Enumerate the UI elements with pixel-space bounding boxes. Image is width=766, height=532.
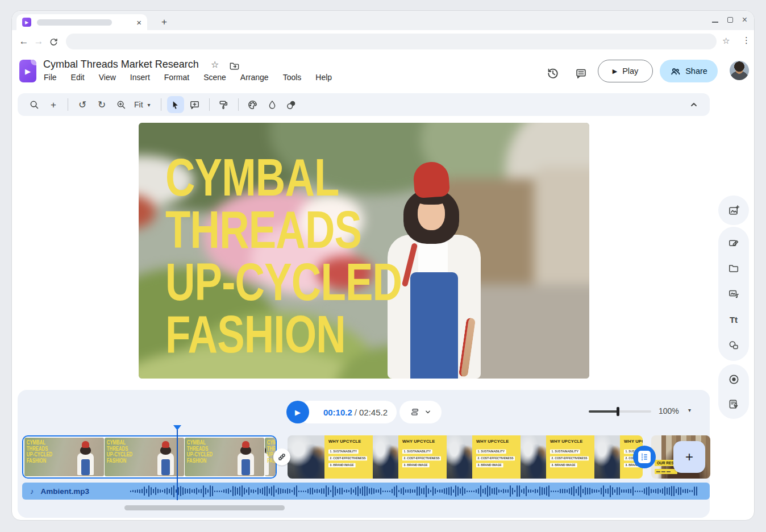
- new-tab-button[interactable]: +: [156, 14, 172, 30]
- zoom-level-dropdown-icon[interactable]: ▾: [688, 407, 691, 413]
- media-icon[interactable]: [724, 284, 743, 304]
- title-line: CYMBAL: [165, 152, 339, 202]
- rail-generate-group: [718, 196, 749, 225]
- menu-format[interactable]: Format: [164, 73, 189, 82]
- window-close-icon[interactable]: ×: [742, 15, 747, 24]
- clip-thumbnail-photo: [288, 435, 324, 479]
- menu-view[interactable]: View: [99, 73, 116, 82]
- timeline-clip-why-upcycle[interactable]: WHY UPCYCLE1. SUSTAINABILITY2. COST-EFFE…: [288, 435, 643, 479]
- window-minimize-icon[interactable]: [712, 22, 718, 23]
- zoom-fit-dropdown-icon[interactable]: ▾: [147, 102, 155, 108]
- water-drop-icon[interactable]: [264, 96, 281, 113]
- menu-arrange[interactable]: Arrange: [240, 73, 269, 82]
- undo-icon[interactable]: ↺: [74, 96, 91, 113]
- account-avatar[interactable]: [730, 61, 749, 80]
- add-image-icon[interactable]: [724, 201, 743, 220]
- browser-menu-icon[interactable]: ⋮: [742, 35, 751, 45]
- reload-icon[interactable]: [46, 34, 61, 49]
- format-paint-icon[interactable]: [215, 96, 232, 113]
- move-to-folder-icon[interactable]: [229, 60, 240, 71]
- clip-thumbnail-slide: WHY UPCYCLE1. SUSTAINABILITY2. COST-EFFE…: [546, 435, 594, 479]
- timeline-zoom-slider[interactable]: [589, 410, 651, 413]
- timeline-zoom-level[interactable]: 100%: [659, 406, 679, 415]
- transparency-icon[interactable]: [283, 96, 300, 113]
- add-comment-icon[interactable]: [186, 96, 203, 113]
- toolbar-collapse-icon[interactable]: [688, 99, 700, 110]
- audio-track[interactable]: ♪ Ambient.mp3: [22, 483, 710, 500]
- play-triangle-icon: ▶: [613, 68, 617, 75]
- record-icon[interactable]: [724, 369, 743, 389]
- redo-icon[interactable]: ↻: [93, 96, 110, 113]
- star-document-icon[interactable]: ☆: [211, 59, 219, 70]
- zoom-slider-handle[interactable]: [617, 407, 619, 416]
- menu-bar: FileEditViewInsertFormatSceneArrangeTool…: [44, 73, 332, 82]
- share-button-label: Share: [685, 66, 707, 76]
- timeline-scrollbar[interactable]: [124, 505, 285, 510]
- clip-thumbnail: CYMBALTHREADSUP-CYCLEDFASHION: [105, 438, 184, 476]
- shapes-icon[interactable]: [724, 335, 743, 355]
- title-line: THREADS: [165, 205, 361, 255]
- version-history-icon[interactable]: [545, 65, 561, 81]
- vids-logo-icon[interactable]: ▶: [19, 60, 36, 82]
- clip-thumbnail-photo: [447, 435, 472, 479]
- transition-icon[interactable]: [273, 448, 290, 466]
- bookmark-star-icon[interactable]: ☆: [722, 36, 730, 46]
- clip-thumbnail-photo: [521, 435, 546, 479]
- menu-tools[interactable]: Tools: [283, 73, 302, 82]
- comments-icon[interactable]: [573, 65, 589, 81]
- search-icon[interactable]: [26, 96, 43, 113]
- select-tool-icon[interactable]: [167, 96, 184, 113]
- zoom-fit-label[interactable]: Fit: [132, 100, 144, 109]
- palette-icon[interactable]: [244, 96, 261, 113]
- back-icon[interactable]: ←: [16, 34, 31, 49]
- clip-sub-badge: [655, 469, 677, 474]
- tracks-icon: [409, 406, 421, 418]
- title-line: UP-CYCLED: [165, 257, 402, 307]
- timeline-clip-title[interactable]: CYMBALTHREADSUP-CYCLEDFASHIONCYMBALTHREA…: [22, 435, 277, 479]
- zoom-in-icon[interactable]: [113, 96, 130, 113]
- video-preview-canvas[interactable]: CYMBALTHREADSUP-CYCLEDFASHION: [139, 123, 589, 379]
- menu-insert[interactable]: Insert: [130, 73, 150, 82]
- share-button[interactable]: Share: [660, 60, 718, 82]
- folder-icon[interactable]: [724, 259, 743, 278]
- timeline-view-toggle[interactable]: [399, 401, 442, 423]
- rail-insert-group: Tt: [718, 227, 749, 361]
- rail-record-group: [718, 364, 749, 419]
- browser-tab-strip: ▶ × + ×: [12, 11, 754, 30]
- transition-selected-icon[interactable]: [633, 446, 656, 468]
- music-note-icon: ♪: [30, 487, 34, 496]
- audio-waveform: [130, 485, 705, 497]
- clip-thumbnail: CYMBALTHREADSUP-CYCLEDFASHION: [24, 438, 104, 476]
- menu-scene[interactable]: Scene: [203, 73, 226, 82]
- clip-thumbnail: CYMBALTHREADSUP-CYCLEDFASHION: [185, 438, 264, 476]
- address-bar[interactable]: [66, 34, 717, 49]
- teleprompter-icon[interactable]: [724, 394, 743, 414]
- window-maximize-icon[interactable]: [727, 17, 733, 23]
- playhead-line[interactable]: [177, 430, 178, 500]
- templates-icon[interactable]: [724, 233, 743, 252]
- play-button-label: Play: [622, 66, 638, 76]
- share-people-icon: [670, 66, 681, 77]
- document-title[interactable]: Cymbal Threads Market Research: [43, 59, 199, 70]
- tab-close-icon[interactable]: ×: [136, 18, 141, 27]
- tab-title-placeholder: [37, 19, 112, 26]
- time-separator: /: [355, 408, 357, 417]
- timeline-panel: ▶ 00:10.2 / 02:45.2 100% ▾ CYMBALTHREADS…: [18, 390, 710, 518]
- timeline-play-button[interactable]: ▶: [286, 401, 309, 423]
- vids-favicon-icon: ▶: [22, 18, 31, 27]
- chevron-down-icon: [424, 408, 432, 416]
- play-button[interactable]: ▶ Play: [598, 60, 653, 82]
- text-icon[interactable]: Tt: [724, 310, 743, 329]
- slide-title-text[interactable]: CYMBALTHREADSUP-CYCLEDFASHION: [165, 152, 469, 361]
- menu-help[interactable]: Help: [315, 73, 332, 82]
- browser-tab[interactable]: ▶ ×: [16, 14, 147, 30]
- clip-thumbnail-slide: WHY UPCYCLE1. SUSTAINABILITY2. COST-EFFE…: [398, 435, 447, 479]
- insert-plus-icon[interactable]: +: [45, 96, 62, 113]
- audio-file-name: Ambient.mp3: [41, 487, 90, 496]
- clip-thumbnail-photo: [373, 435, 398, 479]
- clip-thumbnail-photo: [594, 435, 620, 479]
- menu-edit[interactable]: Edit: [71, 73, 85, 82]
- total-time: 02:45.2: [359, 408, 388, 417]
- menu-file[interactable]: File: [44, 73, 57, 82]
- add-scene-button[interactable]: +: [673, 441, 705, 473]
